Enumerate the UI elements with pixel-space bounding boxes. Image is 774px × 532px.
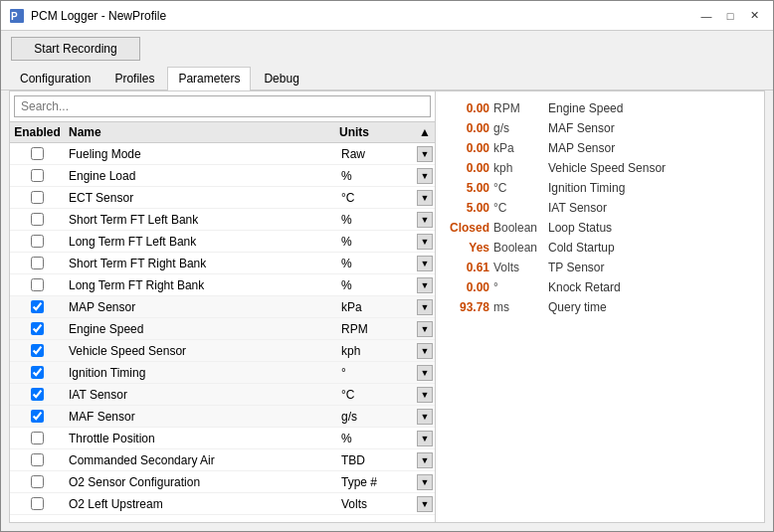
unit-dropdown-15[interactable]: ▼ [417,474,433,490]
close-button[interactable]: ✕ [743,7,765,25]
checkbox-15[interactable] [31,475,44,488]
unit-dropdown-9[interactable]: ▼ [417,343,433,359]
cell-name-4: Long Term FT Left Bank [65,233,335,251]
data-row-10: 93.78msQuery time [444,298,756,316]
checkbox-2[interactable] [31,191,44,204]
cell-name-14: Commanded Secondary Air [65,451,335,469]
unit-dropdown-16[interactable]: ▼ [417,496,433,512]
checkbox-9[interactable] [31,344,44,357]
tab-profiles[interactable]: Profiles [103,67,165,89]
unit-dropdown-12[interactable]: ▼ [417,409,433,425]
checkbox-7[interactable] [31,300,44,313]
unit-dropdown-3[interactable]: ▼ [417,212,433,228]
unit-dropdown-5[interactable]: ▼ [417,256,433,271]
cell-enabled-11 [10,388,65,401]
cell-enabled-13 [10,432,65,444]
maximize-button[interactable]: □ [719,7,741,25]
checkbox-11[interactable] [31,388,44,401]
table-row: MAP SensorkPa▼ [10,296,435,318]
cell-enabled-3 [10,213,65,226]
unit-value-6: % [337,278,417,292]
cell-name-6: Long Term FT Right Bank [65,276,335,294]
cell-units-14: TBD▼ [335,450,435,470]
checkbox-6[interactable] [31,278,44,291]
data-label-8: TP Sensor [548,261,604,274]
cell-enabled-10 [10,366,65,379]
data-row-1: 0.00g/sMAF Sensor [444,119,756,137]
data-value-10: 93.78 [444,300,493,314]
unit-dropdown-4[interactable]: ▼ [417,234,433,250]
checkbox-5[interactable] [31,257,44,269]
data-label-2: MAP Sensor [548,141,615,155]
cell-units-4: %▼ [335,232,435,252]
tab-configuration[interactable]: Configuration [9,67,101,89]
unit-value-13: % [337,432,417,445]
unit-dropdown-10[interactable]: ▼ [417,365,433,381]
minimize-button[interactable]: — [695,7,717,25]
checkbox-8[interactable] [31,322,44,335]
checkbox-0[interactable] [31,147,44,160]
cell-name-13: Throttle Position [65,430,335,447]
table-row: Fueling ModeRaw▼ [10,143,435,165]
unit-dropdown-6[interactable]: ▼ [417,277,433,293]
cell-name-8: Engine Speed [65,320,335,338]
cell-units-11: °C▼ [335,385,435,405]
cell-enabled-2 [10,191,65,204]
window-title: PCM Logger - NewProfile [31,9,166,23]
cell-name-9: Vehicle Speed Sensor [65,342,335,360]
cell-units-7: kPa▼ [335,297,435,317]
svg-text:P: P [11,11,18,22]
table-row: Ignition Timing°▼ [10,362,435,384]
unit-dropdown-8[interactable]: ▼ [417,321,433,337]
window-controls: — □ ✕ [695,7,765,25]
unit-dropdown-0[interactable]: ▼ [417,146,433,162]
table-row: Short Term FT Left Bank%▼ [10,209,435,231]
checkbox-14[interactable] [31,453,44,466]
app-icon: P [9,8,25,24]
cell-enabled-12 [10,410,65,423]
data-unit-5: °C [493,201,548,215]
unit-dropdown-7[interactable]: ▼ [417,299,433,315]
cell-enabled-9 [10,344,65,357]
data-row-7: YesBooleanCold Startup [444,239,756,257]
data-label-9: Knock Retard [548,280,621,294]
checkbox-16[interactable] [31,497,44,510]
checkbox-10[interactable] [31,366,44,379]
data-row-4: 5.00°CIgnition Timing [444,179,756,197]
cell-enabled-15 [10,475,65,488]
checkbox-1[interactable] [31,169,44,182]
checkbox-12[interactable] [31,410,44,423]
tab-debug[interactable]: Debug [253,67,309,89]
checkbox-3[interactable] [31,213,44,226]
data-value-6: Closed [444,221,493,235]
unit-dropdown-11[interactable]: ▼ [417,387,433,403]
checkbox-4[interactable] [31,235,44,248]
data-label-1: MAF Sensor [548,121,615,135]
checkbox-13[interactable] [31,432,44,444]
data-label-3: Vehicle Speed Sensor [548,161,666,175]
data-value-9: 0.00 [444,280,493,294]
data-value-4: 5.00 [444,181,493,195]
unit-value-10: ° [337,366,417,380]
cell-units-6: %▼ [335,275,435,295]
tab-parameters[interactable]: Parameters [167,67,251,90]
cell-enabled-4 [10,235,65,248]
cell-units-9: kph▼ [335,341,435,361]
data-label-5: IAT Sensor [548,201,607,215]
main-content: Enabled Name Units ▲ Fueling ModeRaw▼Eng… [9,90,765,523]
cell-enabled-1 [10,169,65,182]
header-enabled: Enabled [10,125,65,139]
cell-units-2: °C▼ [335,188,435,208]
search-input[interactable] [14,95,431,117]
cell-units-15: Type #▼ [335,472,435,492]
unit-dropdown-13[interactable]: ▼ [417,431,433,446]
record-button[interactable]: Start Recording [11,37,140,61]
cell-name-3: Short Term FT Left Bank [65,211,335,229]
data-unit-0: RPM [493,101,548,115]
unit-dropdown-2[interactable]: ▼ [417,190,433,206]
data-value-3: 0.00 [444,161,493,175]
unit-dropdown-14[interactable]: ▼ [417,452,433,468]
unit-value-1: % [337,169,417,183]
unit-dropdown-1[interactable]: ▼ [417,168,433,184]
table-body: Fueling ModeRaw▼Engine Load%▼ECT Sensor°… [10,143,435,522]
